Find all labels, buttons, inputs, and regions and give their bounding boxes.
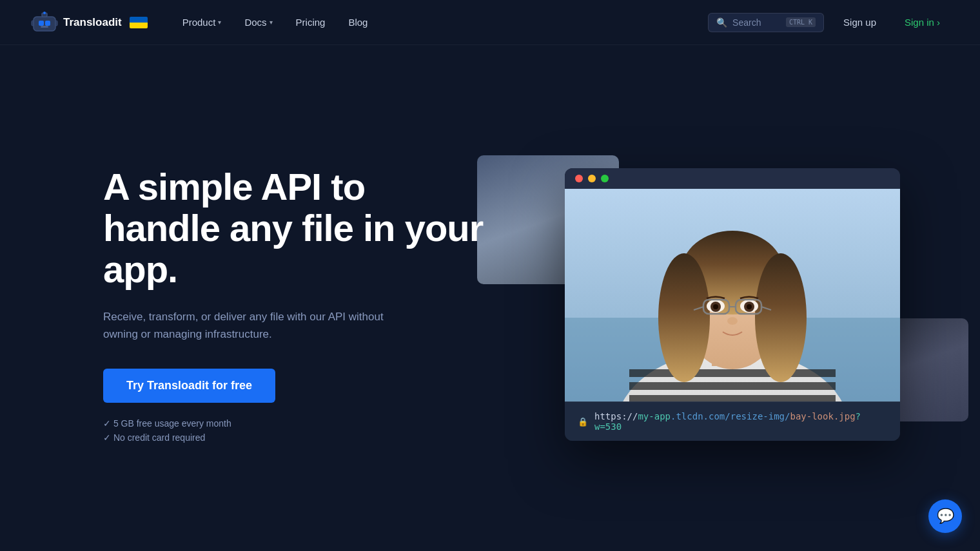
search-shortcut: CTRL K bbox=[786, 17, 816, 27]
logo-icon bbox=[31, 9, 58, 36]
hero-left: A simple API to handle any file in your … bbox=[103, 166, 490, 443]
chat-icon: 💬 bbox=[937, 508, 954, 525]
nav-product[interactable]: Product ▾ bbox=[173, 12, 231, 33]
perk-item: No credit card required bbox=[103, 432, 490, 443]
browser-bar bbox=[565, 168, 900, 189]
nav-blog[interactable]: Blog bbox=[339, 12, 377, 33]
svg-rect-3 bbox=[41, 26, 48, 28]
demo-image-svg bbox=[565, 189, 900, 401]
browser-dot-minimize bbox=[588, 175, 596, 182]
nav-pricing[interactable]: Pricing bbox=[287, 12, 335, 33]
chevron-down-icon: ▾ bbox=[218, 19, 221, 26]
perk-item: 5 GB free usage every month bbox=[103, 418, 490, 429]
search-placeholder: Search bbox=[732, 17, 781, 28]
lock-icon: 🔒 bbox=[578, 417, 588, 427]
svg-rect-2 bbox=[45, 21, 50, 26]
hero-section: A simple API to handle any file in your … bbox=[0, 45, 980, 551]
demo-image bbox=[565, 189, 900, 401]
logo-link[interactable]: Transloadit bbox=[31, 9, 148, 36]
nav-right: 🔍 Search CTRL K Sign up Sign in › bbox=[708, 12, 949, 33]
browser-dot-maximize bbox=[601, 175, 609, 182]
signin-button[interactable]: Sign in › bbox=[896, 12, 949, 33]
search-box[interactable]: 🔍 Search CTRL K bbox=[708, 13, 824, 32]
cta-button[interactable]: Try Transloadit for free bbox=[103, 369, 275, 403]
hero-perks: 5 GB free usage every month No credit ca… bbox=[103, 418, 490, 443]
signup-button[interactable]: Sign up bbox=[834, 12, 885, 33]
svg-rect-7 bbox=[55, 21, 57, 26]
svg-point-18 bbox=[755, 253, 807, 382]
chevron-down-icon: ▾ bbox=[270, 19, 273, 26]
url-text: https://my-app.tlcdn.com/resize-img/bay-… bbox=[594, 411, 887, 432]
svg-point-23 bbox=[713, 304, 718, 309]
svg-rect-12 bbox=[629, 382, 836, 390]
search-icon: 🔍 bbox=[716, 17, 727, 28]
svg-point-5 bbox=[43, 12, 46, 14]
chat-button[interactable]: 💬 bbox=[928, 499, 962, 533]
hero-title: A simple API to handle any file in your … bbox=[103, 166, 490, 289]
ukraine-flag bbox=[130, 17, 148, 28]
browser-dot-close bbox=[575, 175, 583, 182]
browser-mockup: 🔒 https://my-app.tlcdn.com/resize-img/ba… bbox=[565, 168, 900, 441]
svg-rect-11 bbox=[629, 369, 836, 377]
hero-right: 🔒 https://my-app.tlcdn.com/resize-img/ba… bbox=[516, 168, 949, 441]
logo-text: Transloadit bbox=[63, 16, 122, 29]
navbar: Transloadit Product ▾ Docs ▾ Pricing Blo… bbox=[0, 0, 980, 45]
hero-subtitle: Receive, transform, or deliver any file … bbox=[103, 308, 387, 343]
svg-rect-13 bbox=[629, 395, 836, 401]
nav-links: Product ▾ Docs ▾ Pricing Blog bbox=[173, 12, 708, 33]
svg-point-17 bbox=[658, 253, 710, 382]
svg-point-24 bbox=[747, 304, 752, 309]
svg-point-30 bbox=[727, 317, 738, 325]
svg-rect-6 bbox=[32, 21, 34, 26]
svg-rect-0 bbox=[34, 17, 55, 31]
browser-url-bar: 🔒 https://my-app.tlcdn.com/resize-img/ba… bbox=[565, 401, 900, 441]
svg-rect-1 bbox=[39, 21, 44, 26]
nav-docs[interactable]: Docs ▾ bbox=[235, 12, 281, 33]
